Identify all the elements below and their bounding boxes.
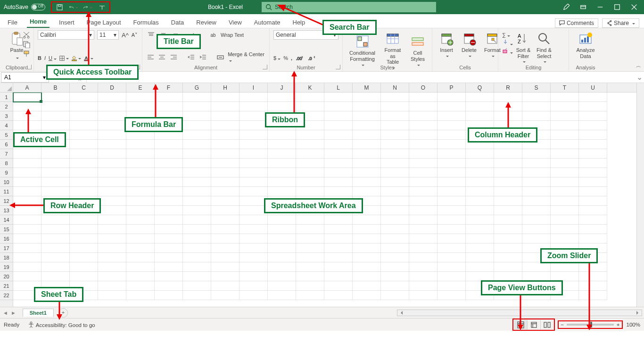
cell[interactable]	[239, 168, 268, 177]
cell[interactable]	[98, 168, 126, 177]
format-as-table-button[interactable]: Format as Table	[379, 30, 406, 70]
cell[interactable]	[183, 102, 211, 111]
cell[interactable]	[211, 291, 239, 300]
column-header-L[interactable]: L	[324, 83, 353, 92]
wrap-text-button[interactable]: Wrap Text	[221, 32, 244, 38]
cell[interactable]	[155, 243, 183, 253]
cell[interactable]	[494, 225, 522, 234]
cell[interactable]	[466, 111, 494, 121]
cell[interactable]	[268, 140, 296, 149]
cell[interactable]	[211, 102, 239, 111]
cell[interactable]	[211, 225, 239, 234]
merge-center-button[interactable]: Merge & Center	[228, 51, 265, 63]
cell[interactable]	[183, 159, 211, 168]
zoom-in-button[interactable]: +	[617, 322, 620, 327]
cell[interactable]	[466, 92, 494, 102]
cell[interactable]	[551, 187, 579, 196]
column-header-N[interactable]: N	[381, 83, 409, 92]
cell[interactable]	[466, 177, 494, 187]
cell[interactable]	[324, 234, 353, 243]
cell[interactable]	[324, 187, 353, 196]
cell[interactable]	[353, 130, 381, 140]
cell[interactable]	[353, 291, 381, 300]
cell[interactable]	[211, 130, 239, 140]
cell[interactable]	[126, 196, 155, 206]
row-header-1[interactable]: 1	[0, 92, 13, 102]
cell[interactable]	[126, 215, 155, 225]
cell[interactable]	[438, 253, 466, 262]
cell[interactable]	[183, 291, 211, 300]
cell[interactable]	[438, 140, 466, 149]
cell[interactable]	[579, 130, 607, 140]
column-header-T[interactable]: T	[551, 83, 579, 92]
column-header-B[interactable]: B	[41, 83, 70, 92]
cell[interactable]	[268, 272, 296, 281]
cell[interactable]	[13, 149, 41, 159]
cell[interactable]	[268, 187, 296, 196]
cell[interactable]	[551, 196, 579, 206]
cell[interactable]	[41, 234, 70, 243]
ribbon-mode-icon[interactable]	[580, 4, 586, 10]
cell[interactable]	[239, 102, 268, 111]
cell[interactable]	[70, 187, 98, 196]
increase-indent-icon[interactable]	[198, 52, 207, 62]
cell[interactable]	[438, 102, 466, 111]
cell[interactable]	[494, 92, 522, 102]
cell[interactable]	[126, 102, 155, 111]
cell[interactable]	[353, 102, 381, 111]
row-header-3[interactable]: 3	[0, 111, 13, 121]
cell[interactable]	[98, 111, 126, 121]
row-header-19[interactable]: 19	[0, 262, 13, 272]
align-top-icon[interactable]	[146, 30, 156, 40]
cell[interactable]	[466, 159, 494, 168]
cell[interactable]	[98, 149, 126, 159]
cell[interactable]	[409, 196, 438, 206]
cell[interactable]	[494, 168, 522, 177]
cell[interactable]	[268, 168, 296, 177]
cell[interactable]	[13, 177, 41, 187]
cell[interactable]	[438, 159, 466, 168]
cell[interactable]	[155, 159, 183, 168]
cell[interactable]	[211, 215, 239, 225]
cell[interactable]	[183, 168, 211, 177]
minimize-icon[interactable]	[597, 4, 603, 10]
cell[interactable]	[155, 177, 183, 187]
cell[interactable]	[353, 253, 381, 262]
cell[interactable]	[98, 253, 126, 262]
cell[interactable]	[296, 130, 324, 140]
cell[interactable]	[296, 262, 324, 272]
decrease-indent-icon[interactable]	[187, 52, 196, 62]
cell[interactable]	[324, 102, 353, 111]
cell[interactable]	[438, 291, 466, 300]
cell[interactable]	[98, 234, 126, 243]
cell[interactable]	[155, 215, 183, 225]
column-header-U[interactable]: U	[579, 83, 607, 92]
cell[interactable]	[438, 225, 466, 234]
comma-format-icon[interactable]: ,	[291, 55, 292, 61]
cell[interactable]	[522, 111, 551, 121]
cell[interactable]	[211, 187, 239, 196]
cell[interactable]	[409, 130, 438, 140]
copy-icon[interactable]	[23, 41, 31, 48]
cell[interactable]	[381, 206, 409, 215]
cell[interactable]	[438, 130, 466, 140]
cell[interactable]	[494, 234, 522, 243]
cell[interactable]	[183, 196, 211, 206]
cell[interactable]	[381, 234, 409, 243]
cell[interactable]	[70, 253, 98, 262]
cell[interactable]	[438, 196, 466, 206]
cell[interactable]	[211, 149, 239, 159]
cell[interactable]	[324, 272, 353, 281]
cell[interactable]	[126, 253, 155, 262]
accounting-format-icon[interactable]: $	[273, 55, 281, 61]
sheet-nav-prev-icon[interactable]: ◄	[3, 310, 8, 316]
cell[interactable]	[353, 92, 381, 102]
cell[interactable]	[324, 149, 353, 159]
cell[interactable]	[353, 140, 381, 149]
cell[interactable]	[579, 159, 607, 168]
tab-home[interactable]: Home	[27, 16, 50, 28]
cell[interactable]	[494, 159, 522, 168]
cell[interactable]	[551, 262, 579, 272]
cell[interactable]	[98, 121, 126, 130]
page-layout-view-button[interactable]	[527, 320, 540, 329]
